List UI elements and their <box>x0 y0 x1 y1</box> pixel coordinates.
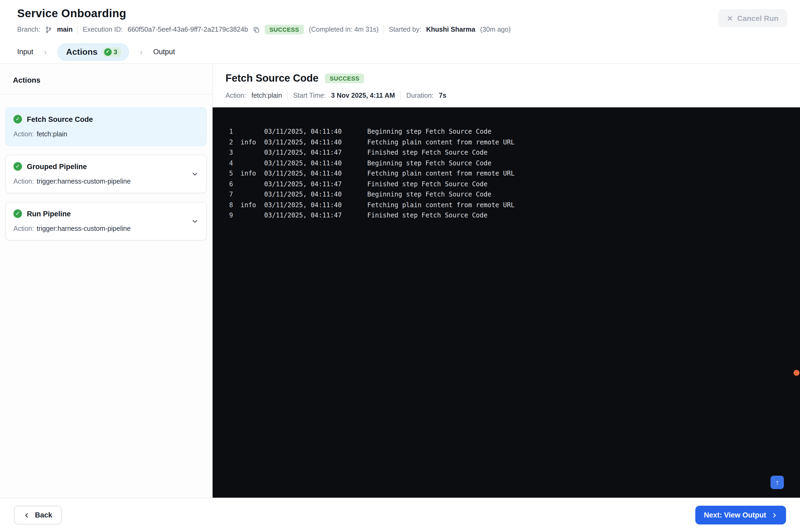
started-by-name: Khushi Sharma <box>426 26 475 33</box>
check-circle-icon: ✓ <box>14 162 22 171</box>
log-line: 2 info 03/11/2025, 04:11:40 Fetching pla… <box>213 137 800 148</box>
action-value: trigger:harness-custom-pipeline <box>37 178 131 185</box>
stepper: Input › Actions ✓ 3 › Output <box>0 40 800 64</box>
log-line-number: 8 <box>225 200 233 210</box>
log-timestamp: 03/11/2025, 04:11:40 <box>264 137 367 148</box>
log-level <box>233 148 264 158</box>
action-card[interactable]: ✓ Fetch Source Code Action:fetch:plain <box>5 107 207 146</box>
check-circle-icon: ✓ <box>14 209 22 218</box>
log-line-number: 5 <box>225 169 233 179</box>
log-message: Finished step Fetch Source Code <box>367 179 789 190</box>
action-label: Action: <box>14 130 34 138</box>
step-actions[interactable]: Actions ✓ 3 <box>57 43 129 60</box>
duration-label: Duration: <box>406 92 433 99</box>
duration-value: 7s <box>439 92 446 99</box>
action-card-title: Grouped Pipeline <box>27 163 87 170</box>
cancel-run-label: Cancel Run <box>737 14 779 22</box>
header: Service Onboarding Branch: main Executio… <box>0 0 800 40</box>
action-card[interactable]: ✓ Grouped Pipeline Action:trigger:harnes… <box>5 155 207 193</box>
action-card-title: Run Pipeline <box>27 210 71 218</box>
action-card-title-row: ✓ Grouped Pipeline <box>14 162 199 171</box>
step-status-badge: SUCCESS <box>325 74 364 83</box>
back-label: Back <box>35 511 52 519</box>
divider <box>400 91 401 100</box>
log-message: Finished step Fetch Source Code <box>367 148 789 158</box>
chevron-right-icon: › <box>140 47 142 56</box>
completed-in: (Completed in: 4m 31s) <box>309 26 379 33</box>
start-time-value: 3 Nov 2025, 4:11 AM <box>331 92 395 99</box>
log-line-number: 2 <box>225 137 233 148</box>
log-line: 9 03/11/2025, 04:11:47 Finished step Fet… <box>213 210 800 221</box>
step-detail-title: Fetch Source Code <box>226 73 318 84</box>
step-input[interactable]: Input <box>17 48 33 56</box>
body: Actions ✓ Fetch Source Code Action:fetch… <box>0 64 800 498</box>
start-time-label: Start Time: <box>293 92 326 99</box>
log-line-number: 7 <box>225 190 233 200</box>
log-line-number: 1 <box>225 127 233 137</box>
chevron-down-icon[interactable] <box>191 217 199 225</box>
action-label: Action: <box>14 178 34 185</box>
next-view-output-button[interactable]: Next: View Output <box>695 506 786 525</box>
log-timestamp: 03/11/2025, 04:11:40 <box>264 127 367 137</box>
footer: Back Next: View Output <box>0 498 800 532</box>
action-label: Action: <box>226 92 246 99</box>
log-level <box>233 127 264 137</box>
chevron-down-icon[interactable] <box>191 170 199 178</box>
chevron-right-icon <box>771 512 778 518</box>
next-label: Next: View Output <box>704 511 766 519</box>
started-ago: (30m ago) <box>480 26 511 33</box>
divider <box>78 25 78 34</box>
log-message: Fetching plain content from remote URL <box>367 200 789 210</box>
log-line: 7 03/11/2025, 04:11:40 Beginning step Fe… <box>213 190 800 200</box>
log-line: 1 03/11/2025, 04:11:40 Beginning step Fe… <box>213 127 800 137</box>
log-line: 5 info 03/11/2025, 04:11:40 Fetching pla… <box>213 169 800 179</box>
log-level <box>233 158 264 169</box>
log-level <box>233 210 264 221</box>
action-card-action: Action:fetch:plain <box>14 130 199 138</box>
branch-name: main <box>57 26 73 33</box>
page: Service Onboarding Branch: main Executio… <box>0 0 800 532</box>
chevron-left-icon <box>24 512 30 518</box>
log-level: info <box>233 169 264 179</box>
log-timestamp: 03/11/2025, 04:11:47 <box>264 148 367 158</box>
action-card[interactable]: ✓ Run Pipeline Action:trigger:harness-cu… <box>5 202 207 241</box>
log-line: 8 info 03/11/2025, 04:11:40 Fetching pla… <box>213 200 800 210</box>
log-line: 4 03/11/2025, 04:11:40 Beginning step Fe… <box>213 158 800 169</box>
action-card-list: ✓ Fetch Source Code Action:fetch:plain <box>0 94 212 498</box>
orange-marker-dot <box>794 370 799 376</box>
log-line: 3 03/11/2025, 04:11:47 Finished step Fet… <box>213 148 800 158</box>
step-actions-count: 3 <box>114 48 117 56</box>
log-message: Fetching plain content from remote URL <box>367 169 789 179</box>
action-card-title: Fetch Source Code <box>27 115 93 123</box>
action-value: fetch:plain <box>251 92 282 99</box>
log-timestamp: 03/11/2025, 04:11:47 <box>264 210 367 221</box>
log-message: Beginning step Fetch Source Code <box>367 190 789 200</box>
step-output[interactable]: Output <box>153 48 175 56</box>
divider <box>383 25 384 34</box>
execution-id-label: Execution ID: <box>83 26 123 33</box>
copy-icon[interactable] <box>253 26 260 33</box>
log-level <box>233 179 264 190</box>
status-badge: SUCCESS <box>265 25 304 34</box>
sidebar-title: Actions <box>0 64 212 94</box>
started-by-label: Started by: <box>389 26 421 33</box>
step-detail-meta: Action: fetch:plain Start Time: 3 Nov 20… <box>226 91 787 100</box>
log-timestamp: 03/11/2025, 04:11:47 <box>264 179 367 190</box>
action-label: Action: <box>14 225 34 232</box>
git-branch-icon <box>45 26 52 33</box>
log-timestamp: 03/11/2025, 04:11:40 <box>264 158 367 169</box>
log-line: 6 03/11/2025, 04:11:47 Finished step Fet… <box>213 179 800 190</box>
back-button[interactable]: Back <box>14 506 62 525</box>
log-console[interactable]: 1 03/11/2025, 04:11:40 Beginning step Fe… <box>213 107 800 498</box>
action-card-action: Action:trigger:harness-custom-pipeline <box>14 225 199 232</box>
execution-meta: Branch: main Execution ID: 660f50a7-5eef… <box>17 25 511 34</box>
log-timestamp: 03/11/2025, 04:11:40 <box>264 169 367 179</box>
close-icon: ✕ <box>727 14 733 22</box>
action-card-title-row: ✓ Run Pipeline <box>14 209 199 218</box>
scroll-to-top-button[interactable]: ↑ <box>770 476 784 489</box>
cancel-run-button[interactable]: ✕ Cancel Run <box>718 9 787 27</box>
log-line-number: 9 <box>225 210 233 221</box>
step-detail-header: Fetch Source Code SUCCESS Action: fetch:… <box>213 64 800 107</box>
log-message: Finished step Fetch Source Code <box>367 210 789 221</box>
log-timestamp: 03/11/2025, 04:11:40 <box>264 190 367 200</box>
